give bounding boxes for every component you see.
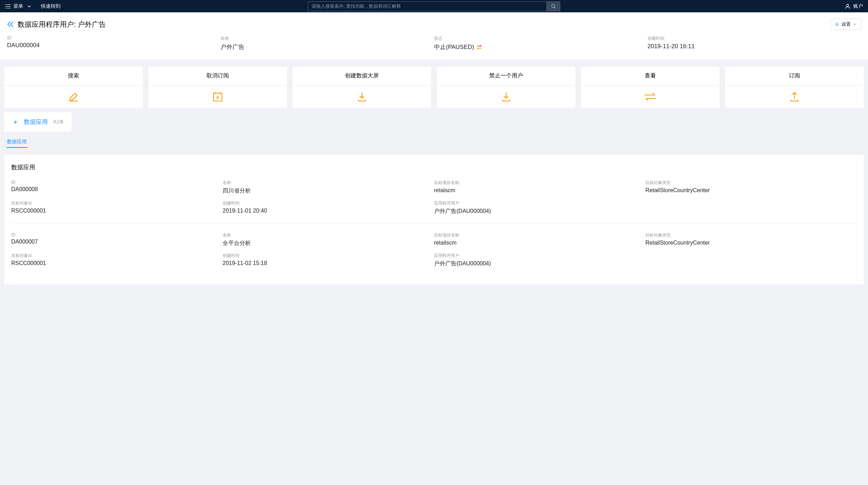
action-subscribe-label: 订阅 — [725, 67, 864, 86]
field-label: 目标对象类型 — [645, 180, 857, 186]
account-label: 账户 — [853, 3, 863, 10]
field-label: 目标对象Id — [11, 253, 223, 259]
menu-button[interactable]: 菜单 — [5, 3, 31, 10]
action-create-dashboard-label: 创建数据大屏 — [293, 67, 431, 86]
field-label: ID — [11, 232, 223, 237]
swap-icon — [476, 45, 483, 50]
field-label: 目标对象Id — [11, 200, 223, 206]
gear-icon — [835, 22, 840, 27]
page-title: 数据应用程序用户: 户外广告 — [18, 20, 106, 29]
meta-id-value: DAU000004 — [7, 42, 221, 49]
data-app-label: 数据应用 — [24, 118, 48, 126]
back-button[interactable] — [7, 21, 14, 27]
field-value: 户外广告(DAU000004) — [434, 260, 645, 267]
field-label: 目标项目名称 — [434, 232, 645, 238]
data-record: ID DA000007 名称 全平台分析 目标项目名称 retailscm 目标… — [11, 223, 857, 276]
download-icon — [500, 90, 512, 103]
action-ban-user[interactable]: 禁止一个用户 — [437, 67, 575, 108]
search-wrap — [308, 1, 560, 11]
action-search-label: 搜索 — [4, 67, 143, 86]
panel-title: 数据应用 — [11, 163, 857, 171]
meta-status-value: 中止(PAUSED) — [434, 43, 647, 51]
meta-row: ID DAU000004 名称 户外广告 状态 中止(PAUSED) 创建时间 … — [0, 36, 868, 59]
svg-point-9 — [836, 24, 838, 25]
menu-icon — [5, 4, 11, 9]
action-ban-user-label: 禁止一个用户 — [437, 67, 575, 86]
meta-created-label: 创建时间 — [647, 36, 861, 42]
calendar-yen-icon: ¥ — [211, 90, 224, 103]
add-data-app-button[interactable]: ＋ 数据应用 共2条 — [4, 112, 71, 132]
svg-point-2 — [5, 6, 6, 7]
chevron-down-icon — [853, 23, 856, 25]
field-value: 2019-11-02 15:18 — [223, 260, 434, 266]
pencil-icon — [67, 90, 80, 103]
field-value: retaiscm — [434, 187, 645, 194]
plus-icon: ＋ — [12, 117, 19, 127]
action-unsubscribe-label: 取消订阅 — [148, 67, 287, 86]
field-value: 户外广告(DAU000004) — [434, 208, 645, 215]
action-subscribe[interactable]: 订阅 — [725, 67, 864, 108]
field-label: 目标对象类型 — [645, 232, 857, 238]
chevron-down-icon — [27, 5, 31, 7]
field-value: RSCC000001 — [11, 208, 223, 214]
action-view-label: 查看 — [581, 67, 720, 86]
meta-id: ID DAU000004 — [7, 36, 221, 51]
search-button[interactable] — [547, 1, 560, 11]
action-view[interactable]: 查看 — [581, 67, 720, 108]
field-value: RetailStoreCountryCenter — [645, 187, 857, 194]
field-value: RetailStoreCountryCenter — [645, 240, 857, 246]
field-value: 2019-11-01 20:40 — [223, 208, 434, 214]
swap-icon — [643, 92, 657, 102]
field-value: RSCC000001 — [11, 260, 223, 266]
tabs: 数据应用 — [4, 132, 864, 148]
field-label: ID — [11, 180, 223, 185]
field-label: 应用程序用户 — [434, 200, 645, 206]
svg-rect-5 — [6, 8, 11, 8]
field-label: 名称 — [223, 232, 434, 238]
search-input[interactable] — [308, 1, 547, 11]
svg-point-0 — [5, 4, 6, 5]
action-unsubscribe[interactable]: 取消订阅 ¥ — [148, 67, 287, 108]
menu-label: 菜单 — [13, 3, 23, 10]
svg-rect-3 — [6, 6, 11, 6]
meta-created: 创建时间 2019-11-20 16:11 — [647, 36, 861, 51]
title-bar: 数据应用程序用户: 户外广告 设置 — [0, 12, 868, 36]
field-value: retailscm — [434, 240, 645, 246]
svg-point-6 — [551, 4, 555, 7]
action-search[interactable]: 搜索 — [4, 67, 143, 108]
quick-nav-link[interactable]: 快速转到 — [41, 3, 60, 10]
svg-point-4 — [5, 8, 6, 8]
field-value: DA000008 — [11, 186, 223, 193]
svg-text:¥: ¥ — [216, 95, 219, 100]
download-icon — [356, 90, 368, 103]
data-panel: 数据应用 ID DA000008 名称 四川省分析 目标项目名称 retaisc… — [4, 155, 864, 284]
tab-block: ＋ 数据应用 共2条 数据应用 — [0, 108, 868, 148]
field-value: 四川省分析 — [223, 187, 434, 195]
svg-point-8 — [847, 4, 849, 6]
data-record: ID DA000008 名称 四川省分析 目标项目名称 retaiscm 目标对… — [11, 180, 857, 223]
field-label: 名称 — [223, 180, 434, 186]
field-label: 目标项目名称 — [434, 180, 645, 186]
svg-line-7 — [554, 7, 556, 8]
account-button[interactable]: 账户 — [845, 3, 863, 10]
meta-name-value: 户外广告 — [221, 43, 434, 51]
meta-created-value: 2019-11-20 16:11 — [647, 43, 861, 50]
meta-status-label: 状态 — [434, 36, 647, 42]
meta-id-label: ID — [7, 36, 221, 40]
upload-icon — [788, 90, 801, 103]
top-header: 菜单 快速转到 账户 — [0, 0, 868, 12]
data-app-count: 共2条 — [53, 119, 64, 125]
meta-status-text: 中止(PAUSED) — [434, 43, 474, 51]
field-value: DA000007 — [11, 239, 223, 245]
action-create-dashboard[interactable]: 创建数据大屏 — [293, 67, 431, 108]
field-label: 创建时间 — [223, 253, 434, 259]
field-label: 应用程序用户 — [434, 253, 645, 259]
settings-button[interactable]: 设置 — [830, 19, 861, 30]
meta-name: 名称 户外广告 — [221, 36, 434, 51]
settings-label: 设置 — [842, 21, 851, 27]
svg-rect-1 — [6, 4, 11, 5]
meta-status: 状态 中止(PAUSED) — [434, 36, 647, 51]
search-icon — [551, 4, 556, 9]
meta-name-label: 名称 — [221, 36, 434, 42]
tab-data-app[interactable]: 数据应用 — [6, 137, 27, 148]
